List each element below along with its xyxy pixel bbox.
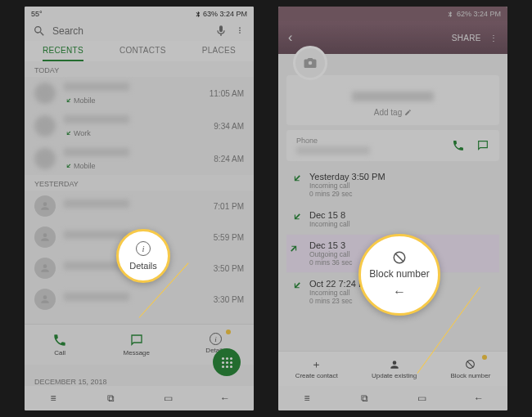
dialpad-icon	[222, 357, 232, 368]
incoming-icon	[64, 163, 71, 170]
section-today: TODAY Mobile 11:05 AM Work 9:34 AM Mobil…	[25, 61, 254, 175]
contact-name-blurred	[352, 92, 434, 101]
nav-bar: ≡ ⧉ ▭ ←	[278, 386, 507, 410]
call-time: 3:50 PM	[214, 264, 244, 273]
avatar	[34, 226, 56, 248]
callout-details: i Details	[116, 229, 170, 283]
edit-icon	[404, 109, 412, 116]
phone-label: Phone	[296, 137, 370, 145]
incoming-icon	[64, 97, 71, 105]
call-name-blurred	[64, 148, 129, 156]
back-arrow-icon: ←	[393, 285, 406, 299]
block-icon	[464, 358, 476, 370]
callout-label: Block number	[369, 268, 429, 280]
call-time: 5:59 PM	[214, 233, 244, 242]
incoming-icon	[64, 130, 71, 137]
more-icon[interactable]	[234, 25, 246, 38]
nav-recents-icon[interactable]: ⧉	[103, 391, 118, 406]
plus-icon: ＋	[310, 358, 322, 370]
block-number-button[interactable]: Block number	[450, 358, 490, 379]
person-icon	[388, 358, 400, 370]
action-call[interactable]: Call	[52, 333, 67, 356]
svg-line-3	[395, 253, 404, 262]
bluetooth-icon	[446, 11, 453, 18]
action-message[interactable]: Message	[124, 333, 150, 356]
section-header: YESTERDAY	[25, 175, 254, 191]
status-bar: 55° 63% 3:24 PM	[25, 7, 254, 21]
nav-home-icon[interactable]: ▭	[414, 391, 429, 406]
status-bar: 62% 3:24 PM	[278, 7, 507, 21]
svg-line-1	[467, 361, 474, 368]
nav-bar: ≡ ⧉ ▭ ←	[25, 386, 254, 410]
info-icon: i	[210, 333, 222, 345]
call-time: 8:24 AM	[214, 155, 244, 164]
add-tag-button[interactable]: Add tag	[296, 108, 489, 117]
info-icon: i	[136, 241, 151, 256]
dialpad-fab[interactable]	[213, 348, 241, 376]
search-input[interactable]	[52, 25, 208, 37]
call-time: 9:34 AM	[214, 122, 244, 131]
log-item[interactable]: Dec 15 8 Incoming call	[286, 204, 499, 234]
call-time: 7:01 PM	[214, 202, 244, 211]
avatar	[34, 195, 56, 217]
call-name-blurred	[64, 231, 129, 239]
phone-right: 62% 3:24 PM ‹ SHARE ⋮ Add tag Phone Yest…	[278, 7, 507, 410]
incoming-call-icon	[290, 173, 301, 185]
nav-drawer-icon[interactable]: ≡	[300, 391, 314, 406]
call-row[interactable]: 7:01 PM	[25, 191, 254, 222]
nav-back-icon[interactable]: ←	[471, 391, 486, 406]
incoming-call-icon	[290, 212, 301, 223]
highlight-dot	[226, 330, 231, 334]
call-name-blurred	[64, 83, 129, 91]
contact-photo[interactable]	[293, 46, 327, 80]
bluetooth-icon	[194, 11, 201, 18]
call-row[interactable]: Mobile 8:24 AM	[25, 142, 254, 175]
phone-card: Phone	[286, 130, 499, 161]
camera-icon	[303, 56, 318, 70]
tab-recents[interactable]: RECENTS	[43, 41, 83, 61]
callout-label: Details	[129, 261, 157, 271]
phone-number-blurred	[296, 146, 370, 155]
mic-icon[interactable]	[214, 25, 228, 38]
call-name-blurred	[64, 200, 129, 208]
tab-contacts[interactable]: CONTACTS	[119, 41, 166, 61]
call-row[interactable]: Mobile 11:05 AM	[25, 77, 254, 110]
phone-icon	[52, 333, 67, 348]
share-button[interactable]: SHARE	[452, 34, 481, 43]
nav-home-icon[interactable]: ▭	[160, 391, 175, 406]
call-row[interactable]: Work 9:34 AM	[25, 110, 254, 142]
status-left: 55°	[31, 10, 43, 18]
call-name-blurred	[64, 293, 129, 301]
more-icon[interactable]: ⋮	[489, 34, 498, 43]
block-icon	[392, 250, 407, 265]
call-time: 11:05 AM	[210, 89, 244, 98]
phone-icon[interactable]	[452, 139, 465, 152]
nav-drawer-icon[interactable]: ≡	[46, 391, 61, 406]
tab-places[interactable]: PLACES	[202, 41, 236, 61]
search-icon	[33, 25, 46, 38]
contact-name-card: Add tag	[286, 75, 499, 125]
call-row[interactable]: 3:30 PM	[25, 284, 254, 315]
call-name-blurred	[64, 115, 129, 123]
update-existing-button[interactable]: Update existing	[372, 358, 417, 379]
status-right: 63% 3:24 PM	[194, 10, 247, 18]
outgoing-call-icon	[290, 242, 301, 253]
message-icon[interactable]	[476, 139, 489, 152]
message-icon	[129, 333, 144, 348]
log-item[interactable]: Yesterday 3:50 PM Incoming call 0 mins 2…	[286, 166, 499, 204]
phone-left: 55° 63% 3:24 PM RECENTS CONTACTS PLACES …	[25, 7, 254, 410]
back-icon[interactable]: ‹	[288, 30, 292, 45]
date-footer: DECEMBER 15, 2018	[34, 378, 107, 386]
avatar	[34, 258, 56, 279]
tabs: RECENTS CONTACTS PLACES	[25, 41, 254, 61]
avatar	[34, 83, 56, 104]
create-contact-button[interactable]: ＋ Create contact	[295, 358, 338, 379]
avatar	[34, 148, 56, 169]
incoming-call-icon	[290, 280, 301, 292]
nav-recents-icon[interactable]: ⧉	[357, 391, 372, 406]
search-bar[interactable]	[25, 21, 254, 41]
nav-back-icon[interactable]: ←	[218, 391, 232, 406]
callout-block-number: Block number ←	[358, 234, 440, 316]
call-time: 3:30 PM	[214, 295, 244, 304]
highlight-dot	[482, 355, 487, 360]
